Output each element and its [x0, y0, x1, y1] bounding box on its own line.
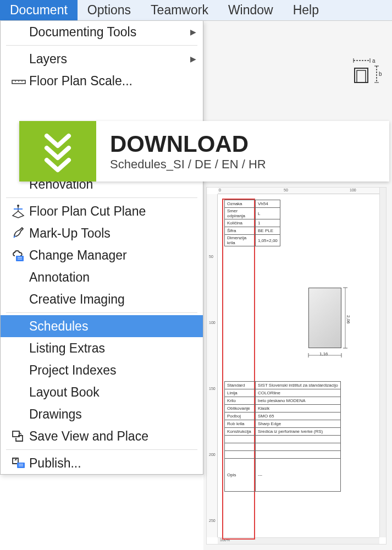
cell-key: Smer odpiranja: [225, 208, 256, 219]
cell-key: Krilo: [225, 397, 256, 405]
menu-label: Listing Extras: [29, 341, 196, 356]
table-row: Opis---: [225, 459, 341, 492]
menu-layers[interactable]: Layers ▶: [1, 48, 203, 70]
table-row: [225, 443, 341, 451]
menu-layout-book[interactable]: Layout Book: [1, 381, 203, 403]
menu-save-view-and-place[interactable]: Save View and Place: [1, 425, 203, 447]
table-row: [225, 436, 341, 443]
cell-key: Rob krila: [225, 420, 256, 428]
cell-key: Oznaka: [225, 200, 256, 208]
table-row: PodbojSMO 65: [225, 413, 341, 420]
menu-label: Floor Plan Cut Plane: [29, 204, 196, 219]
table-row: KonstrukcijaSredica iz perforirane iverk…: [225, 428, 341, 436]
preview-canvas[interactable]: OznakaVh54 Smer odpiranjaL Količina1 Šif…: [218, 194, 379, 537]
cell-key: [225, 436, 256, 443]
cell-value: SMO 65: [256, 413, 341, 420]
svg-rect-13: [357, 70, 366, 82]
cell-value: L: [256, 208, 280, 219]
menu-label: Drawings: [29, 407, 196, 422]
menu-floor-plan-cut-plane[interactable]: Floor Plan Cut Plane: [1, 200, 203, 222]
table-row: [225, 451, 341, 459]
menu-window[interactable]: Window: [218, 0, 283, 20]
download-banner[interactable]: DOWNLOAD Schedules_SI / DE / EN / HR: [19, 121, 389, 182]
download-text: DOWNLOAD Schedules_SI / DE / EN / HR: [96, 131, 389, 172]
menu-label: Documenting Tools: [29, 25, 190, 40]
cell-value: [256, 451, 341, 459]
ruler-tick: 150: [209, 387, 216, 391]
cell-key: Konstrukcija: [225, 428, 256, 436]
menu-schedules[interactable]: Schedules: [1, 315, 203, 337]
menu-publish[interactable]: Publish...: [1, 452, 203, 474]
menu-label: Layout Book: [29, 385, 196, 400]
download-subtitle: Schedules_SI / DE / EN / HR: [110, 157, 389, 172]
menu-change-manager[interactable]: Change Manager: [1, 244, 203, 266]
svg-text:a: a: [372, 58, 376, 64]
table-row: Dimenzija krila1,05×2,00: [225, 235, 280, 246]
cell-value: ---: [256, 459, 341, 492]
table-row: ŠifraBE PLE: [225, 227, 280, 235]
cell-value: Vh54: [256, 200, 280, 208]
cell-value: SIST Slovenski inštitut za standardizaci…: [256, 382, 341, 389]
ruler-tick: 200: [209, 453, 216, 457]
menu-listing-extras[interactable]: Listing Extras: [1, 337, 203, 359]
cell-key: Dimenzija krila: [225, 235, 256, 246]
cell-key: Opis: [225, 459, 256, 492]
table-row: Količina1: [225, 219, 280, 227]
menu-label: Annotation: [29, 270, 196, 285]
chevron-right-icon: ▶: [190, 54, 196, 63]
cell-value: Klasik: [256, 405, 341, 413]
document-dropdown: Documenting Tools ▶ Layers ▶ Floor Plan …: [0, 21, 203, 475]
menu-teamwork[interactable]: Teamwork: [141, 0, 218, 20]
svg-rect-5: [16, 256, 24, 261]
menu-help[interactable]: Help: [283, 0, 329, 20]
menu-annotation[interactable]: Annotation: [1, 266, 203, 288]
separator: [6, 449, 197, 450]
svg-rect-9: [17, 463, 25, 468]
cell-value: BE PLE: [256, 227, 280, 235]
menu-creative-imaging[interactable]: Creative Imaging: [1, 288, 203, 310]
dimension-tool-icon[interactable]: a b: [348, 54, 387, 87]
menu-options[interactable]: Options: [78, 0, 141, 20]
pencil-icon: [8, 226, 29, 241]
menu-project-indexes[interactable]: Project Indexes: [1, 359, 203, 381]
download-icon: [19, 121, 96, 182]
door-preview: 2,06 1,16: [308, 288, 350, 359]
menu-label: Schedules: [29, 319, 196, 334]
table-row: StandardSIST Slovenski inštitut za stand…: [225, 382, 341, 389]
menu-floor-plan-scale[interactable]: Floor Plan Scale...: [1, 70, 203, 92]
ruler-tick: 250: [209, 519, 216, 522]
menu-label: Mark-Up Tools: [29, 226, 196, 241]
cutplane-icon: [8, 204, 29, 219]
schedule-table-bottom: StandardSIST Slovenski inštitut za stand…: [224, 381, 341, 492]
cell-key: Oblikovanje: [225, 405, 256, 413]
menu-markup-tools[interactable]: Mark-Up Tools: [1, 222, 203, 244]
cell-value: [256, 443, 341, 451]
menu-label: Layers: [29, 52, 190, 67]
table-row: OblikovanjeKlasik: [225, 405, 341, 413]
table-row: Smer odpiranjaL: [225, 208, 280, 219]
menu-drawings[interactable]: Drawings: [1, 403, 203, 425]
separator: [6, 45, 197, 46]
menu-label: Project Indexes: [29, 363, 196, 378]
ruler-tick: 100: [350, 188, 356, 192]
save-view-icon: [8, 429, 29, 443]
ruler-tick: 50: [284, 188, 288, 192]
menu-label: Change Manager: [29, 248, 196, 263]
menu-label: Save View and Place: [29, 429, 196, 444]
layout-preview: 0 50 100 50 100 150 200 250 100% OznakaV…: [206, 187, 387, 544]
table-row: Krilobelo pleskano MODENA: [225, 397, 341, 405]
ruler-tick: 100: [209, 321, 216, 324]
separator: [6, 312, 197, 313]
table-row: Rob krilaSharp Edge: [225, 420, 341, 428]
menu-document[interactable]: Document: [0, 0, 78, 20]
chevron-right-icon: ▶: [190, 28, 196, 36]
vertical-scrollbar[interactable]: [379, 188, 386, 537]
separator: [6, 197, 197, 198]
ruler-tick: 50: [209, 255, 213, 258]
cell-value: 1: [256, 219, 280, 227]
menu-documenting-tools[interactable]: Documenting Tools ▶: [1, 21, 203, 43]
table-row: LinijaCOLORline: [225, 389, 341, 397]
cell-value: COLORline: [256, 389, 341, 397]
cell-key: Podboj: [225, 413, 256, 420]
cell-value: 1,05×2,00: [256, 235, 280, 246]
